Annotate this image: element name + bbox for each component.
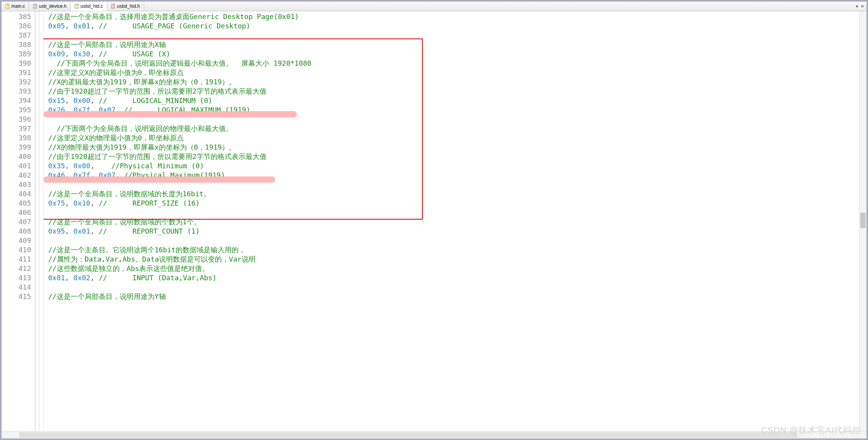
line-number: 409 bbox=[2, 236, 31, 245]
code-area[interactable]: //这是一个全局条目，选择用途页为普通桌面Generic Desktop Pag… bbox=[44, 11, 859, 431]
file-icon bbox=[111, 4, 115, 9]
line-number: 402 bbox=[2, 171, 31, 180]
code-line[interactable]: //这里定义X的物理最小值为0，即坐标原点 bbox=[48, 133, 859, 143]
code-line[interactable]: //这是一个全局条目，选择用途页为普通桌面Generic Desktop Pag… bbox=[48, 12, 859, 21]
line-number: 415 bbox=[2, 292, 31, 301]
line-number: 398 bbox=[2, 133, 31, 143]
line-number: 393 bbox=[2, 87, 31, 96]
line-number: 391 bbox=[2, 68, 31, 77]
tab-label: usbd_hid.h bbox=[117, 3, 140, 9]
code-line[interactable]: //这是一个全局条目，说明数据域的长度为16bit。 bbox=[48, 189, 859, 199]
pane-controls: ▾ ✕ bbox=[856, 4, 866, 9]
line-number: 407 bbox=[2, 217, 31, 227]
line-number: 394 bbox=[2, 96, 31, 105]
vertical-scrollbar[interactable] bbox=[859, 11, 866, 431]
line-number: 387 bbox=[2, 31, 31, 40]
line-number: 385 bbox=[2, 12, 31, 21]
fold-bar[interactable] bbox=[35, 11, 44, 431]
code-line[interactable]: 0x26, 0x7f, 0x07, // LOGICAL_MAXIMUM (19… bbox=[48, 105, 859, 115]
pane-close-icon[interactable]: ✕ bbox=[861, 4, 864, 9]
code-line[interactable]: 0x95, 0x01, // REPORT_COUNT (1) bbox=[48, 227, 859, 236]
code-line[interactable] bbox=[48, 180, 859, 189]
tab-usb_device-h[interactable]: usb_device.h bbox=[29, 2, 71, 11]
line-number: 412 bbox=[2, 264, 31, 273]
code-line[interactable]: //由于1920超过了一字节的范围，所以需要用2字节的格式表示最大值 bbox=[48, 87, 859, 96]
line-number: 406 bbox=[2, 208, 31, 217]
code-line[interactable]: //由于1920超过了一字节的范围，所以需要用2字节的格式表示最大值 bbox=[48, 152, 859, 161]
code-line[interactable]: //这些数据域是独立的，Abs表示这些值是绝对值。 bbox=[48, 264, 859, 273]
line-number: 399 bbox=[2, 143, 31, 152]
tab-bar: main.cusb_device.husbd_hid.cusbd_hid.h ▾… bbox=[2, 2, 866, 11]
code-line[interactable]: 0x09, 0x30, // USAGE (X) bbox=[48, 49, 859, 59]
scrollbar-thumb[interactable] bbox=[860, 213, 866, 228]
file-icon bbox=[33, 4, 37, 9]
code-line[interactable]: 0x81, 0x02, // INPUT (Data,Var,Abs) bbox=[48, 273, 859, 283]
horizontal-scrollbar[interactable] bbox=[2, 431, 866, 438]
code-line[interactable]: //这是一个局部条目，说明用途为Y轴 bbox=[48, 292, 859, 301]
code-line[interactable]: 0x75, 0x10, // REPORT_SIZE (16) bbox=[48, 199, 859, 208]
line-number: 390 bbox=[2, 59, 31, 68]
code-line[interactable] bbox=[48, 236, 859, 245]
line-number: 386 bbox=[2, 21, 31, 31]
line-number: 395 bbox=[2, 105, 31, 115]
line-number: 397 bbox=[2, 124, 31, 133]
line-number: 408 bbox=[2, 227, 31, 236]
line-number: 411 bbox=[2, 255, 31, 264]
code-editor[interactable]: 3853863873883893903913923933943953963973… bbox=[2, 11, 866, 431]
line-number: 403 bbox=[2, 180, 31, 189]
tab-label: usbd_hid.c bbox=[80, 3, 103, 9]
line-number: 414 bbox=[2, 283, 31, 292]
file-icon bbox=[75, 4, 78, 9]
code-line[interactable]: //下面两个为全局条目，说明返回的逻辑最小和最大值。 屏幕大小 1920*108… bbox=[48, 59, 859, 68]
tab-usbd_hid-c[interactable]: usbd_hid.c bbox=[71, 2, 107, 11]
code-line[interactable]: 0x15, 0x00, // LOGICAL_MINIMUM (0) bbox=[48, 96, 859, 105]
code-line[interactable] bbox=[48, 283, 859, 292]
tab-label: usb_device.h bbox=[39, 3, 66, 9]
code-line[interactable]: //X的物理最大值为1919，即屏幕x的坐标为（0，1919）。 bbox=[48, 143, 859, 152]
editor-window: main.cusb_device.husbd_hid.cusbd_hid.h ▾… bbox=[0, 0, 868, 440]
code-line[interactable]: //这是一个主条目。它说明这两个16bit的数据域是输入用的， bbox=[48, 245, 859, 255]
code-line[interactable]: //属性为：Data,Var,Abs。Data说明数据是可以变的，Var说明 bbox=[48, 255, 859, 264]
line-number-gutter: 3853863873883893903913923933943953963973… bbox=[2, 11, 35, 431]
code-line[interactable] bbox=[48, 31, 859, 40]
line-number: 400 bbox=[2, 152, 31, 161]
code-line[interactable]: 0x46, 0x7f, 0x07, //Physical Maximum(191… bbox=[48, 171, 859, 180]
line-number: 388 bbox=[2, 40, 31, 49]
code-line[interactable]: //这是一个局部条目，说明用途为X轴 bbox=[48, 40, 859, 49]
line-number: 389 bbox=[2, 49, 31, 59]
code-line[interactable]: //下面两个为全局条目，说明返回的物理最小和最大值。 bbox=[48, 124, 859, 133]
line-number: 401 bbox=[2, 161, 31, 171]
line-number: 392 bbox=[2, 77, 31, 87]
code-line[interactable]: 0x05, 0x01, // USAGE_PAGE (Generic Deskt… bbox=[48, 21, 859, 31]
line-number: 405 bbox=[2, 199, 31, 208]
tab-main-c[interactable]: main.c bbox=[2, 2, 29, 11]
code-line[interactable] bbox=[48, 208, 859, 217]
pane-dropdown-icon[interactable]: ▾ bbox=[856, 4, 858, 9]
line-number: 404 bbox=[2, 189, 31, 199]
code-line[interactable]: //X的逻辑最大值为1919，即屏幕x的坐标为（0，1919）。 bbox=[48, 77, 859, 87]
file-icon bbox=[5, 4, 9, 9]
code-line[interactable]: //这是一个全局条目，说明数据域的个数为1个。 bbox=[48, 217, 859, 227]
scrollbar-thumb[interactable] bbox=[19, 432, 797, 438]
line-number: 410 bbox=[2, 245, 31, 255]
tab-usbd_hid-h[interactable]: usbd_hid.h bbox=[107, 2, 144, 11]
code-line[interactable] bbox=[48, 115, 859, 124]
line-number: 396 bbox=[2, 115, 31, 124]
code-line[interactable]: //这里定义X的逻辑最小值为0，即坐标原点 bbox=[48, 68, 859, 77]
code-line[interactable]: 0x35, 0x00, //Physical Minimum (0) bbox=[48, 161, 859, 171]
tab-label: main.c bbox=[11, 3, 25, 9]
line-number: 413 bbox=[2, 273, 31, 283]
